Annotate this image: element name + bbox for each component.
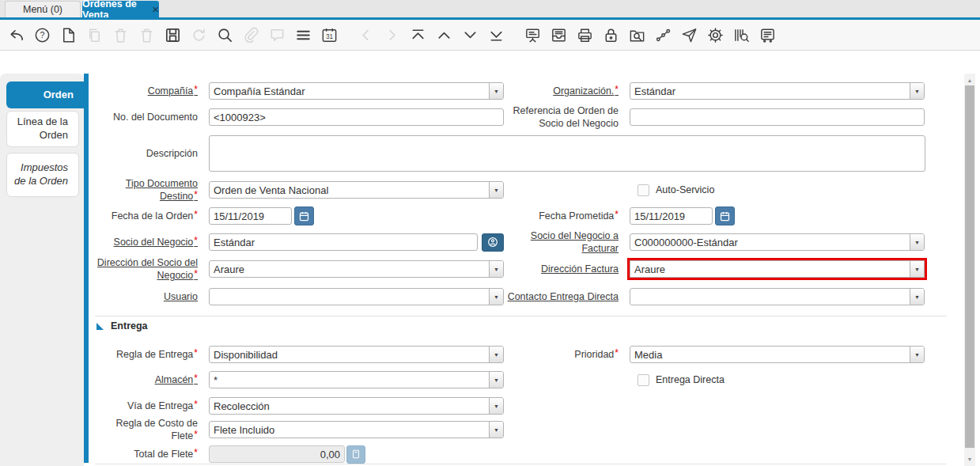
undo-icon[interactable]	[6, 25, 25, 44]
help-icon[interactable]: ?	[32, 25, 51, 44]
product-info-icon[interactable]	[732, 25, 751, 44]
direccion-factura-label[interactable]: Dirección Factura	[505, 263, 624, 275]
lock-icon[interactable]	[601, 25, 620, 44]
contacto-entrega-label[interactable]: Contacto Entrega Directa	[505, 290, 624, 303]
archive-icon[interactable]	[549, 25, 568, 44]
tab-orden[interactable]: Orden	[6, 81, 84, 108]
pos-icon[interactable]	[758, 25, 777, 44]
last-record-icon[interactable]	[486, 25, 505, 44]
form-row: Socio del Negocio* Socio del Negocio a F…	[89, 233, 964, 251]
usuario-combo: ▼	[209, 288, 504, 305]
attachment-icon[interactable]	[241, 25, 260, 44]
tab-ordenes-de-venta[interactable]: Órdenes de Venta ×	[82, 1, 159, 17]
fecha-prometida-label: Fecha Prometida*	[505, 210, 624, 223]
entrega-group-header[interactable]: Entrega	[96, 320, 148, 332]
direccion-factura-input[interactable]	[630, 261, 910, 277]
via-entrega-input[interactable]	[210, 398, 489, 414]
prioridad-dropdown-icon[interactable]: ▼	[910, 347, 924, 362]
via-entrega-dropdown-icon[interactable]: ▼	[489, 398, 503, 414]
tab-menu[interactable]: Menú (0)	[5, 1, 81, 17]
chat-icon[interactable]	[267, 25, 286, 44]
previous-record-icon[interactable]	[434, 25, 453, 44]
tab-impuestos-de-la-orden[interactable]: Impuestos de la Orden	[6, 153, 79, 197]
almacen-dropdown-icon[interactable]: ▼	[489, 372, 503, 388]
print-icon[interactable]	[575, 25, 594, 44]
delete-selection-icon[interactable]	[137, 25, 156, 44]
descripcion-textarea[interactable]	[209, 135, 925, 172]
fecha-orden-label: Fecha de la Orden*	[89, 210, 203, 223]
next-record-icon[interactable]	[460, 25, 479, 44]
organizacion-input[interactable]	[630, 83, 910, 99]
fecha-orden-calendar-icon[interactable]	[294, 206, 314, 225]
form-row: Tipo Documento Destino* ▼ Auto-Servicio	[89, 181, 964, 199]
entrega-directa-checkbox[interactable]	[638, 374, 649, 386]
form-row: Fecha de la Orden* Fecha Prometida*	[89, 207, 964, 225]
regla-costo-flete-dropdown-icon[interactable]: ▼	[489, 422, 503, 438]
scroll-down-icon[interactable]: ▼	[964, 457, 975, 462]
tipo-documento-destino-input[interactable]	[210, 182, 489, 198]
required-marker: *	[194, 429, 198, 440]
contacto-entrega-input[interactable]	[630, 289, 910, 305]
compania-input[interactable]	[210, 83, 489, 99]
contacto-entrega-dropdown-icon[interactable]: ▼	[910, 289, 924, 305]
detail-record-icon[interactable]	[382, 25, 401, 44]
direccion-socio-label[interactable]: Dirección del Socio del Negocio*	[89, 256, 203, 282]
socio-negocio-input[interactable]	[209, 233, 478, 251]
collapse-group-icon[interactable]	[96, 323, 104, 330]
regla-entrega-input[interactable]	[210, 347, 489, 362]
new-record-icon[interactable]	[59, 25, 78, 44]
zoom-across-icon[interactable]	[627, 25, 646, 44]
socio-negocio-info-icon[interactable]	[482, 233, 504, 252]
fecha-prometida-calendar-icon[interactable]	[715, 206, 735, 225]
first-record-icon[interactable]	[408, 25, 427, 44]
tab-linea-de-la-orden[interactable]: Línea de la Orden	[6, 111, 79, 147]
prioridad-input[interactable]	[630, 347, 910, 362]
compania-label[interactable]: Compañía*	[89, 85, 203, 98]
usuario-dropdown-icon[interactable]: ▼	[489, 289, 503, 305]
auto-servicio-checkbox[interactable]	[638, 184, 649, 196]
save-icon[interactable]	[163, 25, 182, 44]
form-row: Dirección del Socio del Negocio* ▼ Direc…	[89, 260, 964, 278]
socio-negocio-facturar-input[interactable]	[630, 234, 910, 250]
socio-negocio-label[interactable]: Socio del Negocio*	[89, 236, 203, 249]
regla-entrega-dropdown-icon[interactable]: ▼	[489, 347, 503, 362]
total-flete-calculator-icon[interactable]	[346, 445, 365, 464]
copy-record-icon[interactable]	[85, 25, 104, 44]
scrollbar-thumb[interactable]	[965, 85, 974, 448]
socio-facturar-dropdown-icon[interactable]: ▼	[910, 234, 924, 250]
regla-costo-flete-input[interactable]	[210, 422, 489, 438]
organizacion-label[interactable]: Organización.*	[505, 85, 624, 98]
direccion-factura-dropdown-icon[interactable]: ▼	[910, 261, 924, 277]
referencia-orden-input[interactable]	[630, 108, 925, 126]
parent-record-icon[interactable]	[356, 25, 375, 44]
delete-record-icon[interactable]	[111, 25, 130, 44]
direccion-socio-dropdown-icon[interactable]: ▼	[489, 261, 503, 277]
required-marker: *	[194, 447, 198, 458]
workflow-icon[interactable]	[653, 25, 672, 44]
usuario-input[interactable]	[210, 289, 489, 305]
scroll-up-icon[interactable]: ▲	[964, 78, 975, 83]
compania-combo: ▼	[209, 82, 504, 100]
fecha-prometida-input[interactable]	[630, 207, 713, 225]
usuario-label[interactable]: Usuario	[89, 290, 203, 303]
svg-text:31: 31	[325, 33, 333, 40]
vertical-scrollbar[interactable]: ▲ ▼	[964, 74, 975, 466]
tipo-documento-destino-label[interactable]: Tipo Documento Destino*	[89, 177, 203, 203]
find-icon[interactable]	[215, 25, 234, 44]
direccion-socio-input[interactable]	[210, 261, 489, 277]
compania-dropdown-icon[interactable]: ▼	[489, 83, 503, 99]
almacen-input[interactable]	[210, 372, 489, 388]
no-documento-input[interactable]	[209, 108, 504, 126]
preferences-icon[interactable]	[706, 25, 725, 44]
history-icon[interactable]: 31	[320, 25, 339, 44]
refresh-icon[interactable]	[189, 25, 208, 44]
report-icon[interactable]	[523, 25, 542, 44]
toggle-grid-icon[interactable]	[293, 25, 312, 44]
socio-negocio-facturar-label[interactable]: Socio del Negocio a Facturar	[505, 229, 624, 256]
close-tab-icon[interactable]: ×	[152, 3, 159, 15]
almacen-label[interactable]: Almacén*	[89, 373, 203, 387]
send-icon[interactable]	[679, 25, 698, 44]
organizacion-dropdown-icon[interactable]: ▼	[910, 83, 924, 99]
fecha-orden-input[interactable]	[209, 207, 292, 225]
tipo-documento-dropdown-icon[interactable]: ▼	[489, 182, 503, 198]
